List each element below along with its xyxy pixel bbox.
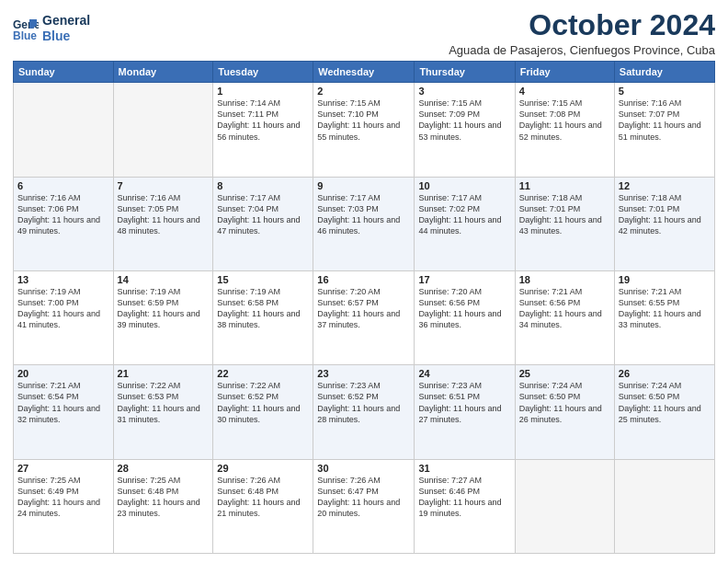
calendar-week-1: 1Sunrise: 7:14 AMSunset: 7:11 PMDaylight… bbox=[14, 83, 715, 177]
calendar-cell: 30Sunrise: 7:26 AMSunset: 6:47 PMDayligh… bbox=[313, 459, 415, 553]
calendar-cell: 28Sunrise: 7:25 AMSunset: 6:48 PMDayligh… bbox=[113, 459, 213, 553]
day-number: 8 bbox=[217, 180, 309, 191]
day-info: Sunrise: 7:21 AMSunset: 6:54 PMDaylight:… bbox=[17, 380, 109, 425]
calendar-cell: 22Sunrise: 7:22 AMSunset: 6:52 PMDayligh… bbox=[213, 365, 313, 459]
day-number: 1 bbox=[217, 86, 309, 97]
day-number: 23 bbox=[317, 368, 410, 379]
logo-icon: General Blue bbox=[13, 16, 39, 41]
day-number: 3 bbox=[418, 86, 510, 97]
calendar-cell: 31Sunrise: 7:27 AMSunset: 6:46 PMDayligh… bbox=[415, 459, 515, 553]
day-info: Sunrise: 7:16 AMSunset: 7:06 PMDaylight:… bbox=[17, 192, 109, 237]
calendar-cell: 6Sunrise: 7:16 AMSunset: 7:06 PMDaylight… bbox=[14, 177, 114, 270]
day-number: 25 bbox=[519, 368, 610, 379]
day-number: 21 bbox=[118, 368, 210, 379]
day-info: Sunrise: 7:17 AMSunset: 7:03 PMDaylight:… bbox=[317, 192, 410, 237]
day-number: 4 bbox=[519, 86, 610, 97]
day-number: 14 bbox=[118, 274, 210, 285]
logo: General Blue General Blue bbox=[13, 13, 90, 44]
day-info: Sunrise: 7:19 AMSunset: 6:58 PMDaylight:… bbox=[217, 286, 309, 331]
month-title: October 2024 bbox=[449, 9, 715, 41]
calendar-week-5: 27Sunrise: 7:25 AMSunset: 6:49 PMDayligh… bbox=[14, 459, 715, 553]
day-number: 17 bbox=[418, 274, 510, 285]
day-info: Sunrise: 7:15 AMSunset: 7:08 PMDaylight:… bbox=[519, 98, 610, 143]
day-info: Sunrise: 7:17 AMSunset: 7:04 PMDaylight:… bbox=[217, 192, 309, 237]
calendar-cell: 20Sunrise: 7:21 AMSunset: 6:54 PMDayligh… bbox=[14, 365, 114, 459]
day-info: Sunrise: 7:24 AMSunset: 6:50 PMDaylight:… bbox=[619, 380, 711, 425]
calendar-cell: 19Sunrise: 7:21 AMSunset: 6:55 PMDayligh… bbox=[614, 270, 714, 364]
day-info: Sunrise: 7:19 AMSunset: 7:00 PMDaylight:… bbox=[17, 286, 109, 331]
day-number: 28 bbox=[118, 463, 210, 474]
calendar-week-3: 13Sunrise: 7:19 AMSunset: 7:00 PMDayligh… bbox=[14, 270, 715, 364]
calendar-cell: 11Sunrise: 7:18 AMSunset: 7:01 PMDayligh… bbox=[515, 177, 614, 270]
day-info: Sunrise: 7:26 AMSunset: 6:47 PMDaylight:… bbox=[317, 475, 410, 520]
header: General Blue General Blue October 2024 A… bbox=[13, 9, 715, 57]
day-number: 24 bbox=[418, 368, 510, 379]
col-header-sunday: Sunday bbox=[14, 62, 114, 83]
day-number: 10 bbox=[418, 180, 510, 191]
day-info: Sunrise: 7:23 AMSunset: 6:51 PMDaylight:… bbox=[418, 380, 510, 425]
day-number: 22 bbox=[217, 368, 309, 379]
calendar-cell: 4Sunrise: 7:15 AMSunset: 7:08 PMDaylight… bbox=[515, 83, 614, 177]
col-header-saturday: Saturday bbox=[614, 62, 714, 83]
day-info: Sunrise: 7:25 AMSunset: 6:49 PMDaylight:… bbox=[17, 475, 109, 520]
calendar-cell: 5Sunrise: 7:16 AMSunset: 7:07 PMDaylight… bbox=[614, 83, 714, 177]
day-info: Sunrise: 7:17 AMSunset: 7:02 PMDaylight:… bbox=[418, 192, 510, 237]
day-info: Sunrise: 7:16 AMSunset: 7:05 PMDaylight:… bbox=[118, 192, 210, 237]
day-number: 20 bbox=[17, 368, 109, 379]
day-number: 27 bbox=[17, 463, 109, 474]
logo-text-line1: General bbox=[42, 13, 90, 29]
calendar-cell: 27Sunrise: 7:25 AMSunset: 6:49 PMDayligh… bbox=[14, 459, 114, 553]
day-number: 5 bbox=[619, 86, 711, 97]
calendar-cell: 3Sunrise: 7:15 AMSunset: 7:09 PMDaylight… bbox=[415, 83, 515, 177]
calendar-cell: 10Sunrise: 7:17 AMSunset: 7:02 PMDayligh… bbox=[415, 177, 515, 270]
calendar-cell: 29Sunrise: 7:26 AMSunset: 6:48 PMDayligh… bbox=[213, 459, 313, 553]
col-header-monday: Monday bbox=[113, 62, 213, 83]
day-number: 15 bbox=[217, 274, 309, 285]
day-info: Sunrise: 7:16 AMSunset: 7:07 PMDaylight:… bbox=[619, 98, 711, 143]
calendar-cell: 14Sunrise: 7:19 AMSunset: 6:59 PMDayligh… bbox=[113, 270, 213, 364]
svg-text:Blue: Blue bbox=[13, 29, 37, 41]
calendar-cell bbox=[614, 459, 714, 553]
day-info: Sunrise: 7:23 AMSunset: 6:52 PMDaylight:… bbox=[317, 380, 410, 425]
day-info: Sunrise: 7:21 AMSunset: 6:56 PMDaylight:… bbox=[519, 286, 610, 331]
day-info: Sunrise: 7:19 AMSunset: 6:59 PMDaylight:… bbox=[118, 286, 210, 331]
calendar-cell: 15Sunrise: 7:19 AMSunset: 6:58 PMDayligh… bbox=[213, 270, 313, 364]
calendar-cell: 12Sunrise: 7:18 AMSunset: 7:01 PMDayligh… bbox=[614, 177, 714, 270]
day-number: 2 bbox=[317, 86, 410, 97]
day-info: Sunrise: 7:15 AMSunset: 7:10 PMDaylight:… bbox=[317, 98, 410, 143]
day-number: 29 bbox=[217, 463, 309, 474]
day-info: Sunrise: 7:18 AMSunset: 7:01 PMDaylight:… bbox=[519, 192, 610, 237]
calendar-cell: 13Sunrise: 7:19 AMSunset: 7:00 PMDayligh… bbox=[14, 270, 114, 364]
day-number: 11 bbox=[519, 180, 610, 191]
day-number: 30 bbox=[317, 463, 410, 474]
logo-text-line2: Blue bbox=[42, 29, 90, 44]
day-info: Sunrise: 7:20 AMSunset: 6:57 PMDaylight:… bbox=[317, 286, 410, 331]
calendar-cell: 21Sunrise: 7:22 AMSunset: 6:53 PMDayligh… bbox=[113, 365, 213, 459]
calendar-cell: 18Sunrise: 7:21 AMSunset: 6:56 PMDayligh… bbox=[515, 270, 614, 364]
col-header-wednesday: Wednesday bbox=[313, 62, 415, 83]
calendar-cell: 26Sunrise: 7:24 AMSunset: 6:50 PMDayligh… bbox=[614, 365, 714, 459]
calendar-cell: 2Sunrise: 7:15 AMSunset: 7:10 PMDaylight… bbox=[313, 83, 415, 177]
day-info: Sunrise: 7:24 AMSunset: 6:50 PMDaylight:… bbox=[519, 380, 610, 425]
day-number: 26 bbox=[619, 368, 711, 379]
calendar-cell: 8Sunrise: 7:17 AMSunset: 7:04 PMDaylight… bbox=[213, 177, 313, 270]
day-info: Sunrise: 7:14 AMSunset: 7:11 PMDaylight:… bbox=[217, 98, 309, 143]
col-header-tuesday: Tuesday bbox=[213, 62, 313, 83]
day-info: Sunrise: 7:27 AMSunset: 6:46 PMDaylight:… bbox=[418, 475, 510, 520]
calendar-cell: 7Sunrise: 7:16 AMSunset: 7:05 PMDaylight… bbox=[113, 177, 213, 270]
calendar-cell bbox=[14, 83, 114, 177]
day-number: 7 bbox=[118, 180, 210, 191]
day-info: Sunrise: 7:18 AMSunset: 7:01 PMDaylight:… bbox=[619, 192, 711, 237]
calendar-cell: 23Sunrise: 7:23 AMSunset: 6:52 PMDayligh… bbox=[313, 365, 415, 459]
day-number: 18 bbox=[519, 274, 610, 285]
day-info: Sunrise: 7:26 AMSunset: 6:48 PMDaylight:… bbox=[217, 475, 309, 520]
day-number: 19 bbox=[619, 274, 711, 285]
calendar-header-row: SundayMondayTuesdayWednesdayThursdayFrid… bbox=[14, 62, 715, 83]
calendar-cell: 17Sunrise: 7:20 AMSunset: 6:56 PMDayligh… bbox=[415, 270, 515, 364]
day-info: Sunrise: 7:22 AMSunset: 6:52 PMDaylight:… bbox=[217, 380, 309, 425]
day-number: 16 bbox=[317, 274, 410, 285]
calendar-cell bbox=[113, 83, 213, 177]
day-info: Sunrise: 7:20 AMSunset: 6:56 PMDaylight:… bbox=[418, 286, 510, 331]
calendar-cell bbox=[515, 459, 614, 553]
day-info: Sunrise: 7:22 AMSunset: 6:53 PMDaylight:… bbox=[118, 380, 210, 425]
